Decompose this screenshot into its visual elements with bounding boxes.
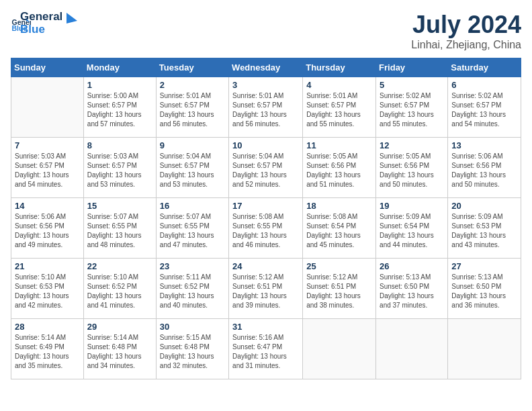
title-block: July 2024 Linhai, Zhejiang, China (411, 11, 521, 51)
day-info: Sunrise: 5:10 AM Sunset: 6:52 PM Dayligh… (87, 273, 152, 310)
day-number: 7 (15, 140, 80, 150)
header-friday: Friday (376, 58, 448, 77)
calendar-cell (303, 319, 376, 379)
day-info: Sunrise: 5:01 AM Sunset: 6:57 PM Dayligh… (306, 91, 372, 129)
day-info: Sunrise: 5:10 AM Sunset: 6:53 PM Dayligh… (15, 273, 80, 310)
day-number: 31 (232, 322, 299, 332)
day-info: Sunrise: 5:15 AM Sunset: 6:48 PM Dayligh… (160, 333, 225, 371)
day-number: 28 (15, 322, 80, 332)
calendar-cell (11, 77, 84, 138)
day-info: Sunrise: 5:09 AM Sunset: 6:54 PM Dayligh… (380, 212, 444, 250)
logo-general: General (20, 11, 62, 24)
calendar-cell: 10Sunrise: 5:04 AM Sunset: 6:57 PM Dayli… (229, 138, 303, 198)
calendar-cell (376, 319, 448, 379)
calendar-cell: 14Sunrise: 5:06 AM Sunset: 6:56 PM Dayli… (11, 198, 84, 259)
calendar-cell: 9Sunrise: 5:04 AM Sunset: 6:57 PM Daylig… (156, 138, 228, 198)
day-number: 6 (451, 80, 517, 90)
day-info: Sunrise: 5:07 AM Sunset: 6:55 PM Dayligh… (87, 212, 152, 250)
day-info: Sunrise: 5:00 AM Sunset: 6:57 PM Dayligh… (87, 91, 152, 129)
calendar-cell: 4Sunrise: 5:01 AM Sunset: 6:57 PM Daylig… (303, 77, 376, 138)
day-info: Sunrise: 5:04 AM Sunset: 6:57 PM Dayligh… (160, 152, 225, 189)
calendar-cell: 25Sunrise: 5:12 AM Sunset: 6:51 PM Dayli… (303, 259, 376, 319)
calendar-header: SundayMondayTuesdayWednesdayThursdayFrid… (11, 58, 521, 77)
header-wednesday: Wednesday (229, 58, 303, 77)
svg-marker-3 (66, 13, 77, 24)
day-info: Sunrise: 5:02 AM Sunset: 6:57 PM Dayligh… (451, 91, 517, 129)
calendar-cell: 21Sunrise: 5:10 AM Sunset: 6:53 PM Dayli… (11, 259, 84, 319)
calendar-cell: 17Sunrise: 5:08 AM Sunset: 6:55 PM Dayli… (229, 198, 303, 259)
day-number: 25 (306, 261, 372, 271)
calendar-cell: 15Sunrise: 5:07 AM Sunset: 6:55 PM Dayli… (83, 198, 156, 259)
day-info: Sunrise: 5:09 AM Sunset: 6:53 PM Dayligh… (451, 212, 517, 250)
calendar-cell: 24Sunrise: 5:12 AM Sunset: 6:51 PM Dayli… (229, 259, 303, 319)
calendar-cell: 30Sunrise: 5:15 AM Sunset: 6:48 PM Dayli… (156, 319, 228, 379)
logo-blue: Blue (20, 24, 62, 36)
day-number: 27 (451, 261, 517, 271)
day-number: 12 (380, 140, 444, 150)
calendar-cell: 13Sunrise: 5:06 AM Sunset: 6:56 PM Dayli… (448, 138, 521, 198)
day-number: 24 (232, 261, 299, 271)
day-info: Sunrise: 5:05 AM Sunset: 6:56 PM Dayligh… (306, 152, 372, 189)
day-info: Sunrise: 5:08 AM Sunset: 6:55 PM Dayligh… (232, 212, 299, 250)
day-number: 4 (306, 80, 372, 90)
calendar-cell: 11Sunrise: 5:05 AM Sunset: 6:56 PM Dayli… (303, 138, 376, 198)
day-number: 21 (15, 261, 80, 271)
day-number: 15 (87, 201, 152, 211)
day-number: 16 (160, 201, 225, 211)
calendar-week-1: 1Sunrise: 5:00 AM Sunset: 6:57 PM Daylig… (11, 77, 521, 138)
day-info: Sunrise: 5:14 AM Sunset: 6:49 PM Dayligh… (15, 333, 80, 371)
calendar-cell: 5Sunrise: 5:02 AM Sunset: 6:57 PM Daylig… (376, 77, 448, 138)
day-number: 20 (451, 201, 517, 211)
logo: General Blue General Blue (11, 11, 79, 36)
calendar-cell: 2Sunrise: 5:01 AM Sunset: 6:57 PM Daylig… (156, 77, 228, 138)
day-number: 22 (87, 261, 152, 271)
calendar-cell: 22Sunrise: 5:10 AM Sunset: 6:52 PM Dayli… (83, 259, 156, 319)
day-number: 11 (306, 140, 372, 150)
header-thursday: Thursday (303, 58, 376, 77)
calendar-cell: 1Sunrise: 5:00 AM Sunset: 6:57 PM Daylig… (83, 77, 156, 138)
calendar-cell: 27Sunrise: 5:13 AM Sunset: 6:50 PM Dayli… (448, 259, 521, 319)
logo-arrow-icon (60, 11, 79, 30)
day-info: Sunrise: 5:11 AM Sunset: 6:52 PM Dayligh… (160, 273, 225, 310)
day-info: Sunrise: 5:06 AM Sunset: 6:56 PM Dayligh… (451, 152, 517, 189)
calendar-cell: 16Sunrise: 5:07 AM Sunset: 6:55 PM Dayli… (156, 198, 228, 259)
day-info: Sunrise: 5:12 AM Sunset: 6:51 PM Dayligh… (232, 273, 299, 310)
calendar-cell: 8Sunrise: 5:03 AM Sunset: 6:57 PM Daylig… (83, 138, 156, 198)
calendar-cell (448, 319, 521, 379)
calendar-week-3: 14Sunrise: 5:06 AM Sunset: 6:56 PM Dayli… (11, 198, 521, 259)
calendar-week-5: 28Sunrise: 5:14 AM Sunset: 6:49 PM Dayli… (11, 319, 521, 379)
day-info: Sunrise: 5:16 AM Sunset: 6:47 PM Dayligh… (232, 333, 299, 371)
calendar-cell: 23Sunrise: 5:11 AM Sunset: 6:52 PM Dayli… (156, 259, 228, 319)
header-saturday: Saturday (448, 58, 521, 77)
calendar-cell: 18Sunrise: 5:08 AM Sunset: 6:54 PM Dayli… (303, 198, 376, 259)
calendar-cell: 28Sunrise: 5:14 AM Sunset: 6:49 PM Dayli… (11, 319, 84, 379)
day-number: 10 (232, 140, 299, 150)
calendar-cell: 19Sunrise: 5:09 AM Sunset: 6:54 PM Dayli… (376, 198, 448, 259)
day-info: Sunrise: 5:05 AM Sunset: 6:56 PM Dayligh… (380, 152, 444, 189)
day-info: Sunrise: 5:12 AM Sunset: 6:51 PM Dayligh… (306, 273, 372, 310)
calendar-cell: 29Sunrise: 5:14 AM Sunset: 6:48 PM Dayli… (83, 319, 156, 379)
calendar-cell: 3Sunrise: 5:01 AM Sunset: 6:57 PM Daylig… (229, 77, 303, 138)
day-info: Sunrise: 5:03 AM Sunset: 6:57 PM Dayligh… (15, 152, 80, 189)
day-number: 2 (160, 80, 225, 90)
day-number: 5 (380, 80, 444, 90)
header-tuesday: Tuesday (156, 58, 228, 77)
day-info: Sunrise: 5:01 AM Sunset: 6:57 PM Dayligh… (160, 91, 225, 129)
day-number: 23 (160, 261, 225, 271)
day-number: 29 (87, 322, 152, 332)
calendar-cell: 12Sunrise: 5:05 AM Sunset: 6:56 PM Dayli… (376, 138, 448, 198)
day-info: Sunrise: 5:08 AM Sunset: 6:54 PM Dayligh… (306, 212, 372, 250)
calendar-cell: 6Sunrise: 5:02 AM Sunset: 6:57 PM Daylig… (448, 77, 521, 138)
page-header: General Blue General Blue July 2024 Linh… (11, 11, 521, 51)
location-title: Linhai, Zhejiang, China (411, 39, 521, 51)
month-title: July 2024 (411, 11, 521, 39)
day-number: 3 (232, 80, 299, 90)
day-info: Sunrise: 5:07 AM Sunset: 6:55 PM Dayligh… (160, 212, 225, 250)
calendar-table: SundayMondayTuesdayWednesdayThursdayFrid… (11, 58, 521, 379)
day-number: 17 (232, 201, 299, 211)
day-number: 9 (160, 140, 225, 150)
header-sunday: Sunday (11, 58, 84, 77)
day-number: 1 (87, 80, 152, 90)
day-number: 14 (15, 201, 80, 211)
day-number: 18 (306, 201, 372, 211)
